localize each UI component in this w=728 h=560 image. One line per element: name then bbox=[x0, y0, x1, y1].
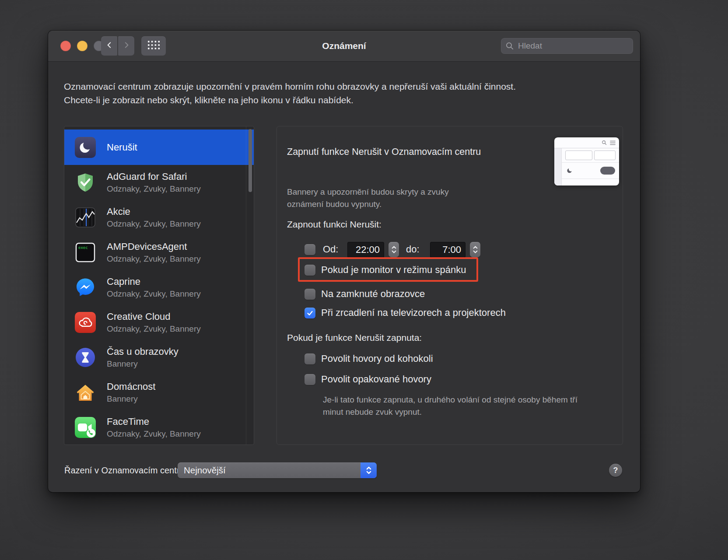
titlebar: Oznámení bbox=[48, 31, 640, 62]
popup-chevrons-icon bbox=[360, 462, 377, 478]
close-button[interactable] bbox=[60, 41, 71, 51]
popup-selected-value: Nejnovější bbox=[178, 465, 360, 476]
preview-toolbar bbox=[554, 137, 619, 148]
creative-cloud-icon bbox=[75, 312, 96, 333]
app-title: Creative Cloud bbox=[107, 312, 201, 322]
option-allow-calls[interactable]: Povolit hovory od kohokoli bbox=[304, 353, 433, 365]
sidebar-item-cas-u-obrazovky[interactable]: Čas u obrazovky Bannery bbox=[64, 340, 254, 375]
subtext-line-2: oznámení budou vypnuty. bbox=[287, 198, 449, 210]
option-repeated-calls[interactable]: Povolit opakované hovory bbox=[304, 373, 431, 385]
allow-calls-checkbox[interactable] bbox=[304, 354, 315, 364]
intro-line-2: Chcete-li je zobrazit nebo skrýt, klikně… bbox=[64, 93, 516, 107]
app-title: AdGuard for Safari bbox=[107, 172, 201, 182]
app-title: Domácnost bbox=[107, 382, 155, 392]
help-label: ? bbox=[613, 466, 618, 475]
mirroring-checkbox[interactable] bbox=[304, 308, 315, 318]
helper-line-1: Je-li tato funkce zapnuta, u druhého vol… bbox=[323, 394, 578, 406]
search-icon bbox=[505, 42, 514, 50]
checkbox-label: Povolit hovory od kohokoli bbox=[321, 353, 433, 364]
hourglass-icon bbox=[75, 347, 96, 368]
minimize-button[interactable] bbox=[77, 41, 88, 51]
svg-text:exec: exec bbox=[78, 245, 88, 250]
checkbox-label: Pokud je monitor v režimu spánku bbox=[321, 264, 466, 276]
moon-icon bbox=[566, 167, 574, 175]
preview-sidebar-strip bbox=[554, 148, 562, 186]
do-stepper[interactable] bbox=[470, 242, 480, 257]
app-title: Čas u obrazovky bbox=[107, 346, 178, 357]
panel-heading: Zapnutí funkce Nerušit v Oznamovacím cen… bbox=[287, 147, 481, 158]
preview-box bbox=[594, 150, 616, 160]
preview-segment-row bbox=[562, 148, 619, 163]
search-field[interactable] bbox=[501, 38, 633, 54]
terminal-exec-icon: exec bbox=[75, 242, 96, 263]
sidebar-item-domacnost[interactable]: Domácnost Bannery bbox=[64, 375, 254, 410]
app-subtitle: Bannery bbox=[107, 359, 178, 368]
repeated-calls-helper-text: Je-li tato funkce zapnuta, u druhého vol… bbox=[323, 394, 578, 418]
messenger-bubble-icon bbox=[75, 277, 96, 298]
repeated-calls-checkbox[interactable] bbox=[304, 374, 315, 385]
intro-text: Oznamovací centrum zobrazuje upozornění … bbox=[64, 80, 516, 107]
home-icon bbox=[75, 382, 96, 403]
forward-button[interactable] bbox=[118, 36, 134, 56]
lock-screen-checkbox[interactable] bbox=[304, 289, 315, 300]
do-time-input[interactable] bbox=[430, 242, 466, 258]
sort-order-popup[interactable]: Nejnovější bbox=[178, 462, 377, 478]
chevron-left-icon bbox=[105, 39, 113, 52]
search-icon bbox=[602, 140, 607, 145]
od-time-input[interactable] bbox=[347, 242, 384, 258]
sidebar-item-nerusit[interactable]: Nerušit bbox=[64, 130, 254, 165]
sidebar-item-akcie[interactable]: Akcie Odznaky, Zvuky, Bannery bbox=[64, 200, 254, 235]
app-title: Nerušit bbox=[107, 142, 137, 153]
do-label: do: bbox=[406, 244, 420, 255]
adguard-shield-icon bbox=[75, 172, 96, 193]
helper-line-2: minut nebude zvuk vypnut. bbox=[323, 406, 578, 418]
back-button[interactable] bbox=[101, 36, 117, 56]
system-preferences-window: Oznámení bbox=[48, 31, 640, 492]
facetime-camera-icon bbox=[75, 417, 96, 438]
app-subtitle: Odznaky, Zvuky, Bannery bbox=[107, 219, 201, 228]
sidebar-item-caprine[interactable]: Caprine Odznaky, Zvuky, Bannery bbox=[64, 270, 254, 305]
footer-bar: Řazení v Oznamovacím centru: Nejnovější … bbox=[48, 462, 640, 478]
intro-line-1: Oznamovací centrum zobrazuje upozornění … bbox=[64, 80, 516, 93]
checkbox-label: Povolit opakované hovory bbox=[321, 374, 431, 385]
sidebar-item-facetime[interactable]: FaceTime Odznaky, Zvuky, Bannery bbox=[64, 410, 254, 445]
dnd-settings-panel: Zapnutí funkce Nerušit v Oznamovacím cen… bbox=[276, 126, 623, 445]
show-all-button[interactable] bbox=[141, 36, 166, 56]
sidebar-item-ampdevicesagent[interactable]: exec AMPDevicesAgent Odznaky, Zvuky, Ban… bbox=[64, 235, 254, 270]
schedule-checkbox[interactable] bbox=[304, 244, 315, 255]
chevron-right-icon bbox=[122, 39, 130, 52]
checkbox-label: Na zamknuté obrazovce bbox=[321, 288, 425, 300]
app-subtitle: Bannery bbox=[107, 394, 155, 403]
app-subtitle: Odznaky, Zvuky, Bannery bbox=[107, 254, 201, 263]
option-lock-screen[interactable]: Na zamknuté obrazovce bbox=[304, 288, 425, 300]
panel-subtext: Bannery a upozornění budou skryty a zvuk… bbox=[287, 186, 449, 210]
sidebar-item-adguard[interactable]: AdGuard for Safari Odznaky, Zvuky, Banne… bbox=[64, 165, 254, 200]
checkbox-label: Při zrcadlení na televizorech a projekto… bbox=[321, 307, 506, 318]
scrollbar-thumb[interactable] bbox=[248, 129, 252, 192]
app-title: Akcie bbox=[107, 206, 201, 217]
help-button[interactable]: ? bbox=[609, 464, 622, 477]
option-monitor-sleep[interactable]: Pokud je monitor v režimu spánku bbox=[304, 264, 466, 276]
app-subtitle: Odznaky, Zvuky, Bannery bbox=[107, 289, 201, 298]
search-input[interactable] bbox=[517, 41, 629, 51]
od-stepper[interactable] bbox=[388, 242, 399, 257]
app-subtitle: Odznaky, Zvuky, Bannery bbox=[107, 184, 201, 193]
notification-app-list: Nerušit AdGuard for Safari Odznaky, Zvuk… bbox=[64, 126, 254, 445]
app-title: FaceTime bbox=[107, 416, 201, 427]
monitor-sleep-checkbox[interactable] bbox=[304, 265, 315, 276]
list-icon bbox=[610, 140, 616, 145]
stocks-chart-icon bbox=[75, 207, 96, 228]
schedule-section-label: Zapnout funkci Nerušit: bbox=[287, 219, 382, 230]
subtext-line-1: Bannery a upozornění budou skryty a zvuk… bbox=[287, 186, 449, 198]
option-mirroring[interactable]: Při zrcadlení na televizorech a projekto… bbox=[304, 307, 506, 319]
notification-center-preview bbox=[554, 137, 619, 186]
sidebar-item-creative-cloud[interactable]: Creative Cloud Odznaky, Zvuky, Bannery bbox=[64, 305, 254, 340]
preview-dnd-row bbox=[562, 163, 619, 179]
app-title: AMPDevicesAgent bbox=[107, 242, 201, 252]
sidebar-scrollbar[interactable] bbox=[246, 126, 254, 444]
moon-icon bbox=[75, 137, 96, 158]
preview-box bbox=[565, 150, 592, 160]
app-subtitle: Odznaky, Zvuky, Bannery bbox=[107, 324, 201, 333]
check-icon bbox=[306, 309, 314, 317]
app-subtitle: Odznaky, Zvuky, Bannery bbox=[107, 429, 201, 438]
